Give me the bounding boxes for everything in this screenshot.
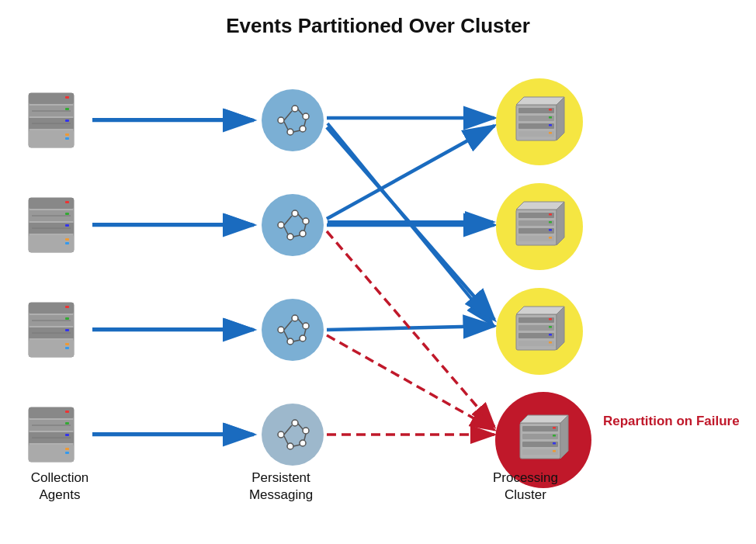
repartition-label: Repartition on Failure [603,413,740,430]
svg-rect-151 [553,442,556,445]
svg-line-107 [293,445,300,446]
page-title: Events Partitioned Over Cluster [226,14,530,38]
svg-line-108 [284,436,288,444]
svg-marker-122 [557,202,564,245]
svg-rect-127 [549,213,552,216]
svg-line-18 [327,231,494,427]
svg-line-76 [304,120,306,126]
svg-rect-67 [65,448,69,450]
svg-rect-135 [518,325,554,331]
svg-rect-126 [518,236,554,241]
svg-rect-124 [518,220,554,226]
svg-rect-117 [549,116,552,119]
svg-line-88 [284,227,288,234]
svg-line-97 [293,340,300,341]
svg-rect-130 [549,237,552,239]
label-messaging: PersistentMessaging [227,470,335,504]
svg-rect-31 [65,133,69,136]
main-area: Repartition on Failure CollectionAgents … [5,50,751,508]
svg-marker-143 [520,415,568,423]
label-agents: CollectionAgents [5,470,114,504]
svg-rect-42 [65,224,69,227]
svg-line-87 [293,235,300,237]
svg-line-86 [304,224,306,230]
label-cluster: ProcessingCluster [475,470,576,504]
svg-line-105 [298,424,303,429]
svg-marker-132 [516,307,564,314]
svg-marker-133 [557,307,564,350]
svg-line-75 [298,109,303,115]
svg-point-72 [300,126,306,132]
svg-line-77 [293,130,300,132]
svg-rect-140 [549,334,552,336]
svg-line-94 [284,321,292,330]
svg-marker-110 [516,97,564,105]
svg-line-84 [284,216,292,225]
svg-rect-138 [549,318,552,321]
svg-rect-30 [65,120,69,122]
svg-rect-134 [518,317,554,323]
agent-server-3 [23,299,85,361]
svg-point-81 [303,218,309,224]
svg-rect-125 [518,228,554,234]
svg-point-91 [303,323,309,329]
svg-rect-137 [518,341,554,346]
svg-rect-64 [65,411,69,413]
svg-line-104 [284,425,292,435]
svg-point-83 [287,234,293,240]
agent-server-1 [23,89,85,151]
svg-line-106 [304,434,306,440]
svg-rect-146 [522,434,558,439]
svg-point-89 [278,327,284,333]
svg-point-102 [300,440,306,446]
agent-server-4 [23,404,85,466]
svg-rect-66 [65,434,69,436]
diagram-container: Events Partitioned Over Cluster [0,0,756,544]
svg-rect-53 [65,317,69,320]
svg-rect-118 [549,124,552,126]
svg-rect-123 [518,213,554,218]
svg-point-79 [278,222,284,228]
agent-server-2 [23,194,85,256]
svg-rect-56 [65,347,69,349]
svg-rect-149 [553,427,556,429]
cluster-node-1 [493,75,586,168]
svg-line-96 [304,329,306,335]
svg-rect-116 [549,109,552,111]
cluster-node-2 [493,180,586,273]
messaging-node-1 [262,89,324,151]
svg-point-82 [300,230,306,237]
svg-rect-68 [65,452,69,454]
svg-rect-139 [549,326,552,328]
svg-rect-141 [549,341,552,344]
svg-point-100 [292,420,298,426]
svg-line-17 [327,326,494,330]
svg-rect-32 [65,137,69,140]
svg-rect-112 [518,108,554,113]
svg-line-5 [328,123,493,325]
svg-point-92 [300,335,306,341]
svg-line-74 [284,111,292,120]
svg-rect-152 [553,450,556,452]
svg-rect-147 [522,442,558,447]
svg-rect-113 [518,116,554,121]
svg-rect-41 [65,213,69,215]
svg-point-93 [287,338,293,345]
svg-rect-145 [522,426,558,431]
svg-line-85 [298,214,303,220]
svg-rect-55 [65,343,69,345]
svg-point-69 [278,117,284,123]
messaging-node-2 [262,194,324,256]
svg-rect-52 [65,306,69,308]
svg-rect-129 [549,229,552,231]
svg-line-78 [284,122,288,130]
cluster-node-3 [493,285,586,378]
svg-point-99 [278,431,284,438]
svg-rect-148 [522,449,558,455]
svg-rect-40 [65,201,69,203]
svg-rect-128 [549,221,552,223]
svg-rect-119 [549,132,552,134]
messaging-node-4 [262,404,324,466]
svg-rect-136 [518,333,554,338]
arrows-overlay [5,50,751,508]
